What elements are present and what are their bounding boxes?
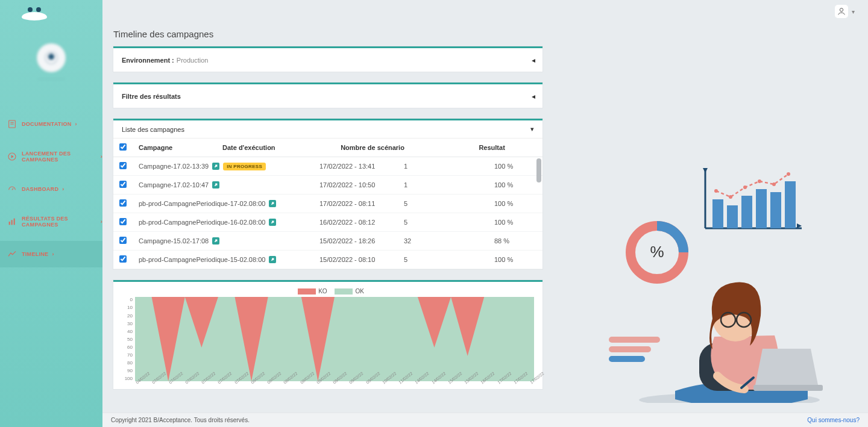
svg-rect-36 [753, 385, 823, 391]
legend-ko-label: KO [318, 288, 327, 295]
table-row[interactable]: pb-prod-CampagnePeriodique-15-02.08:0015… [113, 251, 542, 269]
nav-label: TIMELINE [22, 251, 48, 257]
cell-count: 5 [398, 195, 488, 213]
nav-label: DASHBOARD [22, 186, 58, 192]
row-checkbox[interactable] [119, 255, 127, 263]
svg-rect-12 [712, 199, 723, 228]
chart-icon [7, 217, 17, 226]
status-badge: IN PROGRESS [223, 163, 266, 170]
col-date: Date d'exécution [216, 139, 335, 157]
nav-lancement[interactable]: LANCEMENT DES CAMPAGNES › [0, 143, 102, 170]
svg-rect-8 [14, 219, 15, 225]
campaign-name: pb-prod-CampagnePeriodique-17-02.08:00 [139, 200, 265, 207]
chevron-right-icon: › [52, 251, 54, 257]
table-row[interactable]: pb-prod-CampagnePeriodique-16-02.08:0016… [113, 213, 542, 232]
cell-result: 100 % [488, 157, 542, 176]
table-row[interactable]: pb-prod-CampagnePeriodique-17-02.08:0017… [113, 195, 542, 213]
cell-count: 5 [398, 213, 488, 232]
documentation-icon [7, 119, 17, 129]
table-row[interactable]: Campagne-17.02-13:39IN PROGRESS17/02/202… [113, 157, 542, 176]
nav-resultats[interactable]: RÉSULTATS DES CAMPAGNES › [0, 208, 102, 235]
nav-dashboard[interactable]: DASHBOARD › [0, 176, 102, 202]
legend-ok-swatch [335, 288, 353, 295]
nav-label: LANCEMENT DES CAMPAGNES [22, 151, 97, 163]
open-external-icon[interactable] [269, 256, 276, 263]
cell-count: 1 [398, 157, 488, 176]
footer-link[interactable]: Qui sommes-nous? [807, 417, 860, 423]
campaign-name: pb-prod-CampagnePeriodique-15-02.08:00 [139, 256, 265, 263]
gauge-icon [7, 184, 17, 194]
checkbox-all[interactable] [119, 143, 127, 151]
open-external-icon[interactable] [212, 163, 219, 170]
row-checkbox[interactable] [119, 181, 127, 188]
tenant-block: · · · · · · · · [0, 43, 102, 82]
col-name: Campagne [133, 139, 216, 157]
svg-point-21 [758, 179, 761, 183]
page-title: Timeline des campagnes [113, 29, 860, 39]
chevron-right-icon: › [101, 219, 102, 225]
collapse-icon[interactable]: ◂ [532, 92, 535, 101]
svg-rect-14 [741, 196, 752, 228]
cell-result: 88 % [488, 232, 542, 251]
filter-label: Filtre des résultats [122, 93, 181, 100]
chart-plot[interactable] [135, 297, 534, 381]
nav-timeline[interactable]: TIMELINE › [0, 241, 102, 267]
cell-result: 100 % [488, 176, 542, 195]
cell-date: 15/02/2022 - 18:26 [313, 232, 398, 251]
chevron-right-icon: › [62, 186, 64, 192]
svg-line-5 [12, 189, 13, 190]
table-row[interactable]: Campagne-17.02-10:4717/02/2022 - 10:5011… [113, 176, 542, 195]
svg-rect-28 [609, 356, 645, 362]
cell-result: 100 % [488, 213, 542, 232]
row-checkbox[interactable] [119, 199, 127, 207]
list-header[interactable]: Liste des campagnes ▾ [113, 120, 542, 139]
row-checkbox[interactable] [119, 162, 127, 169]
env-value: Production [177, 57, 209, 64]
cell-result: 100 % [488, 251, 542, 269]
topbar: ▾ [0, 0, 868, 23]
row-checkbox[interactable] [119, 237, 127, 244]
table-scroll[interactable]: Campagne-17.02-13:39IN PROGRESS17/02/202… [113, 157, 542, 269]
environment-panel[interactable]: Environnement : Production ◂ [113, 46, 542, 72]
tenant-name: · · · · · · · · [0, 76, 102, 82]
chevron-right-icon: › [75, 121, 77, 127]
filter-panel[interactable]: Filtre des résultats ◂ [113, 83, 542, 108]
svg-rect-17 [785, 181, 796, 228]
open-external-icon[interactable] [212, 237, 219, 245]
scrollbar-thumb[interactable] [536, 158, 541, 182]
svg-point-19 [729, 195, 732, 199]
tenant-logo [37, 43, 66, 72]
timeline-chart-panel: KO OK 0102030405060708090100 04/02/2207/… [113, 280, 542, 389]
svg-rect-16 [770, 192, 781, 228]
svg-point-0 [840, 8, 843, 11]
svg-point-23 [787, 172, 790, 176]
svg-marker-9 [135, 297, 534, 381]
col-count: Nombre de scénario [335, 139, 473, 157]
env-label: Environnement : [122, 57, 174, 64]
open-external-icon[interactable] [269, 200, 276, 207]
footer: Copyright 2021 B/Acceptance. Tous droits… [102, 413, 868, 427]
user-avatar[interactable] [835, 5, 848, 18]
nav-documentation[interactable]: DOCUMENTATION › [0, 111, 102, 137]
col-result: Resultat [473, 139, 542, 157]
table-row[interactable]: Campagne-15.02-17:0815/02/2022 - 18:2632… [113, 232, 542, 251]
cell-date: 17/02/2022 - 10:50 [313, 176, 398, 195]
nav: DOCUMENTATION › LANCEMENT DES CAMPAGNES … [0, 111, 102, 267]
open-external-icon[interactable] [269, 219, 276, 226]
open-external-icon[interactable] [212, 181, 219, 189]
svg-rect-13 [727, 205, 738, 228]
cell-date: 15/02/2022 - 08:10 [313, 251, 398, 269]
cell-result: 100 % [488, 195, 542, 213]
collapse-icon[interactable]: ◂ [532, 56, 535, 64]
cell-date: 16/02/2022 - 08:12 [313, 213, 398, 232]
chevron-down-icon[interactable]: ▾ [530, 125, 534, 133]
svg-rect-15 [756, 189, 767, 228]
play-icon [7, 152, 17, 161]
campaign-list-panel: Liste des campagnes ▾ Campagne Date d'ex… [113, 119, 542, 269]
user-menu-caret-icon[interactable]: ▾ [852, 8, 855, 15]
cell-count: 1 [398, 176, 488, 195]
row-checkbox[interactable] [119, 218, 127, 225]
nav-label: DOCUMENTATION [22, 121, 72, 127]
x-axis: 04/02/2207/02/2207/02/2207/02/2207/02/22… [135, 381, 534, 385]
svg-rect-26 [609, 337, 660, 343]
